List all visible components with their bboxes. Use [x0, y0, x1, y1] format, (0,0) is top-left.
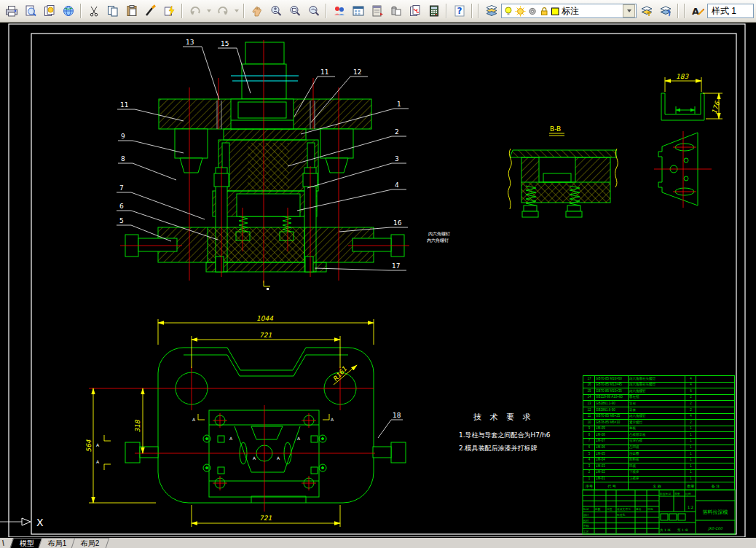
gear-icon[interactable] — [527, 6, 538, 17]
title-block: 标记 处数 分区 更改文件号 签名 日期 设计 校对 审核 工艺 标准化 阶段标… — [583, 490, 735, 534]
bom-row: 14 GB119-86 A10×60 圆柱销 2 — [583, 395, 734, 402]
bom-row: 8 LM-08 凸模固定板 1 — [583, 432, 734, 439]
callout-8: 8 — [121, 155, 125, 163]
bracket-front-view — [654, 131, 712, 208]
zoom-previous-icon[interactable] — [304, 2, 323, 20]
text-style-name: 样式 1 — [712, 5, 736, 17]
layer-dropdown-arrow[interactable] — [623, 4, 635, 17]
dim-564: 564 — [85, 439, 92, 452]
svg-text:A: A — [253, 455, 256, 461]
svg-text:A: A — [96, 459, 100, 464]
svg-text:工艺: 工艺 — [583, 530, 589, 533]
svg-text:日期: 日期 — [647, 507, 653, 511]
preview-icon[interactable] — [21, 2, 39, 20]
match-properties-icon[interactable] — [141, 2, 160, 20]
bom-row: 11 GB70-85 M8×25 内六角螺钉 4 — [583, 414, 734, 420]
tech-req-title: 技 术 要 求 — [473, 412, 534, 422]
svg-text:A: A — [691, 6, 698, 17]
drawing-number: JX0-C00 — [707, 526, 723, 531]
bulb-icon[interactable] — [503, 6, 513, 17]
bom-rows: 17 GB70-85 M16×60 内六角圆柱头螺钉 4 16 GB70-85 … — [583, 376, 734, 482]
tool-palettes-icon[interactable] — [368, 2, 386, 20]
redo-dropdown-icon[interactable] — [232, 3, 240, 19]
scale-value: 1:2 — [688, 505, 693, 509]
bom-row: 2 LM-02 下模座 1 — [583, 470, 734, 477]
undo-dropdown-icon[interactable] — [205, 3, 213, 19]
front-note-line1: 内六角螺钉 — [428, 231, 450, 236]
toolbar-separator — [446, 4, 447, 18]
web-icon[interactable] — [59, 2, 77, 20]
callout-7: 7 — [119, 184, 124, 192]
callout-12: 12 — [353, 68, 361, 76]
toolbar-separator — [471, 4, 473, 18]
color-swatch-icon[interactable] — [551, 6, 560, 17]
callout-17: 17 — [392, 262, 400, 270]
layer-previous-icon[interactable] — [656, 2, 674, 20]
redo-icon[interactable] — [213, 2, 232, 20]
sheet-total: 共 1 张 — [660, 528, 671, 532]
plan-view: 1044 721 564 318 721 R161 — [85, 315, 406, 527]
copy-icon[interactable] — [103, 2, 122, 20]
dim-318: 318 — [134, 419, 141, 432]
sun-icon[interactable] — [515, 6, 526, 17]
toolbar-separator — [181, 4, 183, 18]
svg-text:更改文件号: 更改文件号 — [617, 507, 631, 511]
bom-row: 1 LM-01 上模座 1 — [583, 477, 734, 483]
callout-4: 4 — [395, 181, 399, 189]
redline-icon[interactable] — [330, 2, 348, 20]
publish-icon[interactable] — [40, 2, 58, 20]
toolbar: ? 标注 A 样式 1 — [0, 0, 756, 23]
markup-icon[interactable] — [406, 2, 424, 20]
quickcalc-icon[interactable] — [425, 2, 443, 20]
zoom-window-icon[interactable] — [286, 2, 304, 20]
dim-1044: 1044 — [256, 315, 273, 322]
section-bb-label: B-B — [550, 125, 561, 133]
layer-dropdown[interactable]: 标注 — [501, 4, 637, 18]
technical-requirements: 技 术 要 求 1.导柱与导套之间配合为H7/h6 2.模具装配后涂漆并打标牌 — [459, 412, 551, 452]
bom-row: 9 LM-09 垫板 1 — [583, 426, 734, 433]
tech-req-item2: 2.模具装配后涂漆并打标牌 — [459, 445, 538, 452]
layer-name: 标注 — [562, 5, 579, 17]
svg-text:分区: 分区 — [607, 507, 613, 511]
callout-1: 1 — [397, 101, 401, 108]
plot-icon[interactable] — [2, 2, 20, 20]
undo-icon[interactable] — [186, 2, 204, 20]
svg-text:阶段标记: 阶段标记 — [660, 492, 671, 496]
ucs-x-label: X — [36, 517, 44, 528]
bom-table: 17 GB70-85 M16×60 内六角圆柱头螺钉 4 16 GB70-85 … — [583, 375, 735, 490]
bom-row: 4 LM-04 卸料板 1 — [583, 458, 734, 464]
dim-721-bottom: 721 — [259, 514, 272, 522]
svg-text:签名: 签名 — [636, 507, 642, 511]
callout-3: 3 — [395, 155, 399, 163]
bom-row: 17 GB70-85 M16×60 内六角圆柱头螺钉 4 — [583, 376, 734, 383]
callout-16: 16 — [393, 219, 402, 227]
help-icon[interactable]: ? — [450, 2, 468, 20]
front-section-view: 13 15 11 12 11 1 9 2 8 3 7 4 6 5 16 17 内… — [117, 39, 450, 290]
pan-icon[interactable] — [248, 2, 266, 20]
callout-5: 5 — [119, 217, 124, 224]
cut-icon[interactable] — [84, 2, 103, 20]
callout-18: 18 — [393, 412, 401, 419]
svg-text:设计: 设计 — [583, 513, 589, 517]
make-layer-current-icon[interactable] — [637, 2, 655, 20]
callout-2: 2 — [395, 128, 399, 136]
paste-icon[interactable] — [122, 2, 141, 20]
zoom-realtime-icon[interactable] — [267, 2, 285, 20]
text-style-icon[interactable]: A — [688, 2, 706, 20]
designcenter-icon[interactable] — [349, 2, 367, 20]
layout-tab-bar: \ 模型 布局1 布局2 — [0, 537, 756, 548]
drawing-title: 落料拉深模 — [703, 509, 728, 515]
text-style-dropdown[interactable]: 样式 1 — [707, 4, 754, 18]
svg-text:A: A — [331, 417, 334, 422]
lock-icon[interactable] — [539, 6, 549, 17]
sheetset-icon[interactable] — [387, 2, 405, 20]
svg-text:校对: 校对 — [583, 519, 589, 522]
ucs-icon: X — [0, 517, 44, 528]
svg-text:标记: 标记 — [583, 507, 589, 511]
bom-row: 6 LM-06 凸凹模 1 — [583, 445, 734, 452]
layers-icon[interactable] — [482, 2, 500, 20]
property-paint-icon[interactable] — [160, 2, 178, 20]
bom-row: 15 GB70-85 M10×35 内六角螺钉 6 — [583, 388, 734, 395]
tab-layout1[interactable]: 布局1 — [39, 538, 76, 548]
tab-layout2[interactable]: 布局2 — [71, 538, 109, 548]
